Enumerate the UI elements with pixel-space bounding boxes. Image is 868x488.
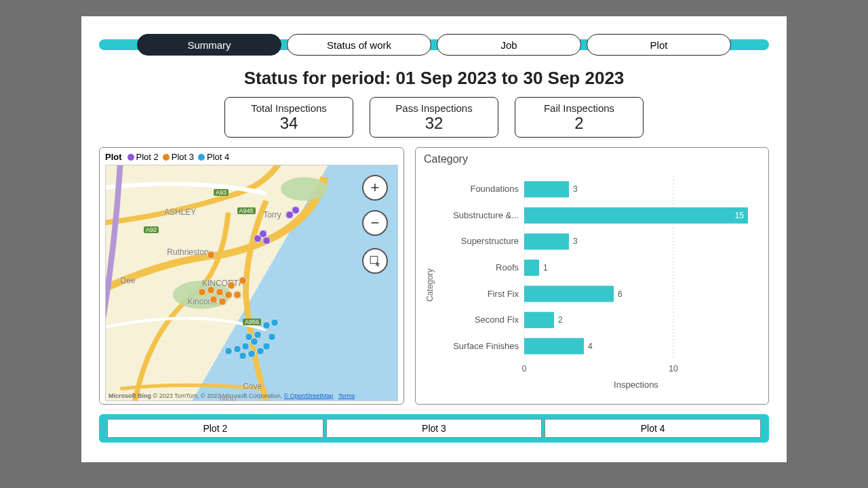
- kpi-value: 34: [280, 114, 298, 133]
- svg-text:15: 15: [735, 211, 745, 220]
- map-marker[interactable]: [224, 291, 233, 299]
- tab-summary[interactable]: Summary: [137, 34, 281, 56]
- map-marker[interactable]: [233, 291, 241, 299]
- svg-text:Substructure &...: Substructure &...: [453, 210, 519, 220]
- map-marker[interactable]: [254, 331, 262, 339]
- map-marker[interactable]: [207, 286, 215, 294]
- chart-title: Category: [424, 153, 763, 165]
- legend-dot-icon: [163, 154, 170, 161]
- terms-link[interactable]: Terms: [338, 392, 355, 399]
- svg-text:Foundations: Foundations: [470, 184, 519, 194]
- legend-item[interactable]: Plot 4: [198, 152, 229, 162]
- tab-job[interactable]: Job: [437, 34, 581, 56]
- map-marker[interactable]: [245, 333, 253, 341]
- map-marker[interactable]: [262, 321, 271, 329]
- map-legend: PlotPlot 2Plot 3Plot 4: [105, 152, 398, 162]
- road-shield-label: A93: [214, 189, 229, 196]
- kpi-value: 32: [425, 114, 443, 133]
- svg-text:3: 3: [573, 237, 578, 246]
- map-place-label: Torry: [263, 210, 281, 220]
- category-chart-panel: Category Category 010Foundations3Substru…: [415, 147, 769, 405]
- svg-text:Roofs: Roofs: [496, 262, 519, 272]
- plot-filter-button[interactable]: Plot 4: [545, 419, 761, 438]
- kpi-row: Total Inspections34Pass Inspections32Fai…: [99, 97, 769, 138]
- map-marker[interactable]: [268, 333, 276, 341]
- bottom-plot-bar: Plot 2Plot 3Plot 4: [99, 414, 769, 443]
- legend-label: Plot 3: [172, 152, 194, 162]
- svg-rect-7: [524, 181, 569, 197]
- map-place-label: Dee: [121, 276, 136, 285]
- svg-text:Superstructure: Superstructure: [461, 236, 519, 246]
- map-attribution: Microsoft Bing © 2023 TomTom, © 2023 Mic…: [108, 392, 395, 399]
- kpi-label: Fail Inspections: [544, 102, 614, 114]
- map-place-label: Nigg: [220, 394, 237, 401]
- report-canvas: SummaryStatus of workJobPlot Status for …: [81, 16, 787, 462]
- road-shield-label: A945: [237, 207, 256, 214]
- legend-label: Plot 4: [207, 152, 229, 162]
- kpi-label: Pass Inspections: [395, 102, 472, 114]
- svg-text:Second Fix: Second Fix: [475, 314, 519, 325]
- kpi-label: Total Inspections: [251, 102, 327, 114]
- map-marker[interactable]: [227, 281, 235, 289]
- map-roads: [106, 165, 397, 401]
- tab-plot[interactable]: Plot: [587, 34, 731, 56]
- map-select-button[interactable]: [362, 248, 388, 274]
- map-marker[interactable]: [248, 350, 256, 358]
- map-place-label: Ruthrieston: [167, 247, 208, 257]
- map-marker[interactable]: [224, 347, 233, 355]
- bing-logo-text: Microsoft Bing: [108, 392, 151, 399]
- map-marker[interactable]: [262, 342, 271, 350]
- map-marker[interactable]: [271, 319, 279, 327]
- kpi-card: Fail Inspections2: [515, 97, 644, 138]
- svg-text:First Fix: First Fix: [488, 289, 519, 299]
- middle-row: PlotPlot 2Plot 3Plot 4 + −: [99, 147, 769, 405]
- legend-dot-icon: [127, 154, 134, 161]
- legend-label: Plot 2: [136, 152, 159, 162]
- legend-item[interactable]: Plot 2: [127, 152, 159, 162]
- road-shield-label: A92: [144, 226, 159, 233]
- map-marker[interactable]: [233, 345, 241, 353]
- map-marker[interactable]: [216, 288, 224, 296]
- kpi-card: Pass Inspections32: [370, 97, 498, 138]
- road-shield-label: A956: [243, 319, 261, 325]
- tab-status-of-work[interactable]: Status of work: [287, 34, 431, 56]
- page-title: Status for period: 01 Sep 2023 to 30 Sep…: [99, 68, 769, 89]
- svg-text:0: 0: [522, 364, 527, 373]
- map-marker[interactable]: [207, 251, 215, 259]
- map-marker[interactable]: [262, 237, 271, 245]
- map-marker[interactable]: [241, 342, 250, 350]
- map-marker[interactable]: [254, 235, 262, 243]
- plot-filter-button[interactable]: Plot 2: [107, 419, 323, 438]
- svg-point-1: [281, 177, 328, 201]
- legend-dot-icon: [198, 154, 205, 161]
- map-place-label: ASHLEY: [164, 207, 196, 217]
- svg-rect-16: [524, 260, 539, 276]
- legend-title: Plot: [105, 152, 122, 162]
- zoom-in-button[interactable]: +: [362, 175, 388, 201]
- svg-text:2: 2: [558, 315, 563, 325]
- svg-text:10: 10: [669, 364, 678, 373]
- map[interactable]: + − Microsoft Bing © 2023 TomTom, © 2023…: [105, 165, 398, 401]
- map-panel: PlotPlot 2Plot 3Plot 4 + −: [99, 147, 404, 405]
- svg-rect-25: [524, 338, 584, 354]
- map-marker[interactable]: [292, 206, 300, 214]
- map-marker[interactable]: [239, 352, 247, 360]
- svg-rect-10: [524, 207, 748, 224]
- kpi-card: Total Inspections34: [224, 97, 353, 138]
- kpi-value: 2: [574, 114, 583, 133]
- svg-text:3: 3: [573, 184, 578, 194]
- map-marker[interactable]: [239, 277, 247, 285]
- osm-link[interactable]: © OpenStreetMap: [284, 392, 334, 399]
- cursor-select-icon: [369, 255, 381, 267]
- map-marker[interactable]: [210, 296, 218, 304]
- map-marker[interactable]: [198, 288, 206, 296]
- zoom-out-button[interactable]: −: [362, 210, 388, 236]
- category-bar-chart: 010Foundations3Substructure &...15Supers…: [436, 169, 762, 393]
- plot-filter-button[interactable]: Plot 3: [326, 419, 542, 438]
- svg-text:Surface Finishes: Surface Finishes: [453, 341, 519, 351]
- top-tabbar: SummaryStatus of workJobPlot: [99, 33, 769, 57]
- svg-rect-22: [524, 312, 554, 328]
- legend-item[interactable]: Plot 3: [163, 152, 194, 162]
- map-marker[interactable]: [218, 298, 226, 306]
- chart-yaxis-label: Category: [424, 169, 436, 401]
